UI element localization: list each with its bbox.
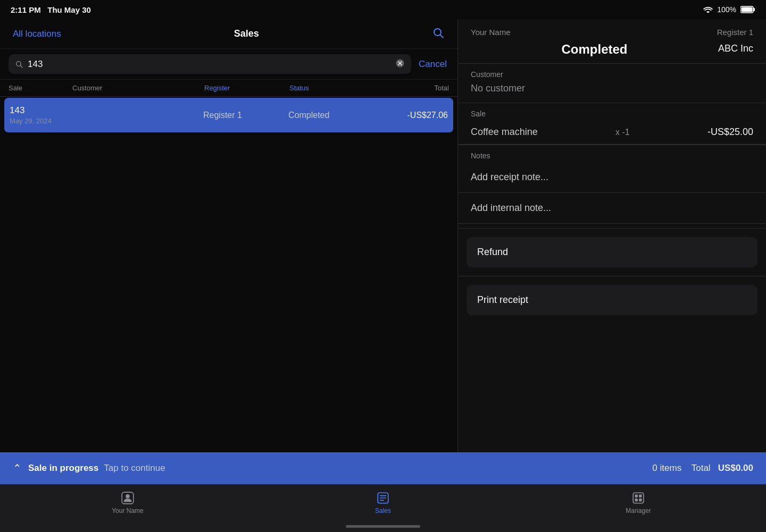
tab-your-name-label: Your Name <box>112 507 144 514</box>
svg-rect-1 <box>754 8 755 11</box>
sale-register: Register 1 <box>203 111 288 120</box>
svg-rect-2 <box>742 7 753 12</box>
search-icon <box>432 27 445 39</box>
person-icon <box>121 491 135 505</box>
svg-rect-19 <box>635 499 638 501</box>
items-count: 0 items <box>652 463 681 473</box>
clear-search-button[interactable] <box>395 58 405 70</box>
right-header-register: Register 1 <box>717 28 753 37</box>
right-header: Your Name Register 1 Completed ABC Inc <box>458 19 766 64</box>
notes-label: Notes <box>458 145 766 162</box>
right-header-title: Completed <box>561 42 627 57</box>
tab-manager[interactable]: Manager <box>511 489 766 514</box>
item-qty: x -1 <box>615 128 630 137</box>
svg-rect-16 <box>633 493 644 503</box>
refund-button[interactable]: Refund <box>467 237 757 267</box>
sale-info: 143 May 29, 2024 <box>10 105 73 125</box>
left-header: All locations Sales <box>0 19 457 49</box>
battery-text: 100% <box>717 5 736 14</box>
cancel-button[interactable]: Cancel <box>417 59 449 70</box>
col-total: Total <box>374 84 449 92</box>
col-sale: Sale <box>9 84 72 92</box>
page-title: Sales <box>234 28 259 39</box>
status-time: 2:11 PM Thu May 30 <box>11 5 91 14</box>
tab-manager-label: Manager <box>626 507 651 514</box>
table-row[interactable]: 143 May 29, 2024 Register 1 Completed -U… <box>4 98 453 133</box>
sale-total: -US$27.06 <box>373 111 448 120</box>
search-input[interactable] <box>28 59 391 70</box>
print-section: Print receipt <box>458 276 766 324</box>
total-label: Total <box>692 463 711 473</box>
status-bar: 2:11 PM Thu May 30 100% <box>0 0 766 19</box>
tab-your-name[interactable]: Your Name <box>0 489 255 514</box>
bar-total: 0 items Total US$0.00 <box>652 463 753 474</box>
svg-line-4 <box>440 35 443 38</box>
sale-section: Sale Coffee machine x -1 -US$25.00 <box>458 103 766 145</box>
sale-item-row: Coffee machine x -1 -US$25.00 <box>458 120 766 145</box>
right-header-name: Your Name <box>471 28 511 37</box>
clear-icon <box>395 58 405 68</box>
item-price: -US$25.00 <box>707 126 753 138</box>
sales-icon <box>376 491 390 505</box>
sale-date: May 29, 2024 <box>10 117 73 125</box>
search-field-icon <box>15 60 23 69</box>
search-bar: Cancel <box>0 49 457 80</box>
customer-value: No customer <box>458 81 766 103</box>
col-register: Register <box>204 84 289 92</box>
manager-icon <box>631 491 645 505</box>
sale-status: Completed <box>288 111 373 120</box>
customer-label: Customer <box>458 64 766 81</box>
print-receipt-button[interactable]: Print receipt <box>467 285 757 315</box>
all-locations-button[interactable]: All locations <box>13 29 61 39</box>
status-right: 100% <box>703 5 755 14</box>
svg-rect-18 <box>639 495 642 497</box>
internal-note-button[interactable]: Add internal note... <box>458 193 766 224</box>
col-customer: Customer <box>72 84 204 92</box>
tab-sales-label: Sales <box>375 507 391 514</box>
right-header-company: ABC Inc <box>718 43 753 54</box>
svg-point-11 <box>126 494 130 499</box>
item-name: Coffee machine <box>471 126 538 138</box>
svg-line-6 <box>20 65 22 67</box>
battery-icon <box>740 6 755 13</box>
receipt-note-button[interactable]: Add receipt note... <box>458 162 766 193</box>
sale-in-progress-text: Sale in progress <box>28 463 98 474</box>
chevron-up-icon: ⌃ <box>13 462 22 475</box>
search-toggle-button[interactable] <box>432 27 445 41</box>
tap-to-continue-text: Tap to continue <box>104 463 165 474</box>
notes-section: Notes Add receipt note... Add internal n… <box>458 145 766 229</box>
wifi-icon <box>703 6 713 13</box>
col-status: Status <box>289 84 374 92</box>
refund-section: Refund <box>458 229 766 276</box>
tab-sales[interactable]: Sales <box>255 489 511 514</box>
bottom-sale-bar[interactable]: ⌃ Sale in progress Tap to continue 0 ite… <box>0 452 766 484</box>
sale-label: Sale <box>458 103 766 120</box>
svg-rect-17 <box>635 495 638 497</box>
sale-number: 143 <box>10 105 73 116</box>
table-header: Sale Customer Register Status Total <box>0 80 457 97</box>
customer-section: Customer No customer <box>458 64 766 103</box>
total-value: US$0.00 <box>718 463 753 473</box>
svg-rect-20 <box>639 499 642 501</box>
search-field[interactable] <box>9 54 411 74</box>
home-indicator <box>346 525 420 528</box>
